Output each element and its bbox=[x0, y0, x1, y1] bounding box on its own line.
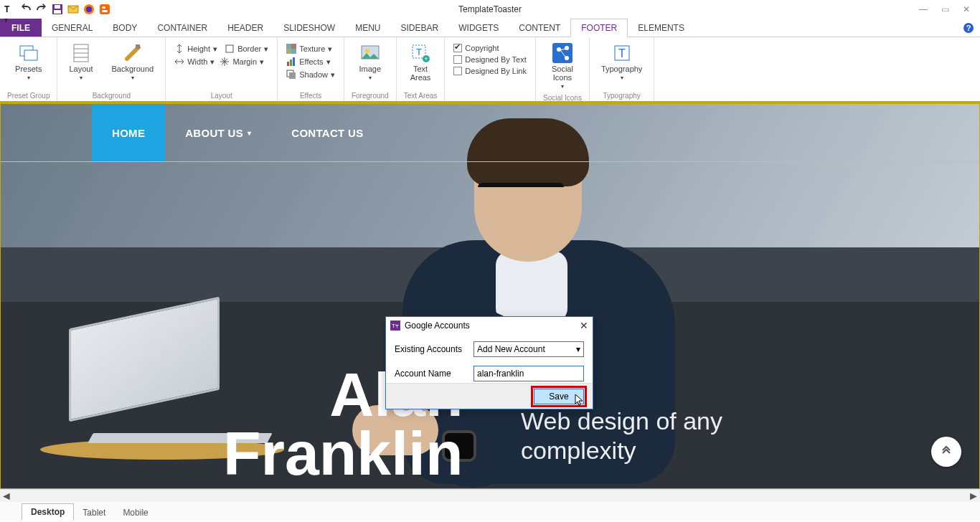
app-small-icon: Tᴛ bbox=[390, 321, 400, 331]
svg-rect-18 bbox=[226, 45, 233, 52]
dialog-footer: Save bbox=[386, 383, 593, 409]
group-layout: Height ▾ Border ▾ Width ▾ Margin ▾ Layou… bbox=[166, 37, 278, 101]
svg-point-28 bbox=[365, 49, 369, 53]
firefox-icon[interactable] bbox=[83, 4, 95, 15]
svg-point-34 bbox=[557, 47, 561, 52]
account-name-input[interactable]: alan-franklin bbox=[473, 366, 584, 381]
app-title: TemplateToaster bbox=[458, 4, 522, 14]
svg-rect-7 bbox=[102, 6, 105, 9]
group-textareas: T+Text Areas Text Areas bbox=[397, 37, 446, 101]
cursor-icon bbox=[575, 394, 585, 407]
save-button[interactable]: Save bbox=[534, 389, 584, 404]
svg-text:+: + bbox=[424, 55, 428, 62]
save-highlight: Save bbox=[531, 386, 587, 407]
svg-point-5 bbox=[86, 6, 92, 12]
scroll-right-icon[interactable]: ► bbox=[967, 490, 980, 503]
checkbox-icon bbox=[453, 55, 462, 64]
nav-home[interactable]: HOME bbox=[92, 104, 165, 161]
tab-footer[interactable]: FOOTER bbox=[570, 19, 628, 37]
blogger-icon[interactable] bbox=[99, 4, 110, 15]
redo-icon[interactable] bbox=[36, 4, 47, 15]
svg-rect-26 bbox=[289, 72, 296, 79]
svg-rect-24 bbox=[293, 57, 295, 66]
group-background: Layout▾ Background▾ Background bbox=[57, 37, 166, 101]
nav-about[interactable]: ABOUT US▾ bbox=[165, 104, 271, 161]
group-effects: Texture ▾ Effects ▾ Shadow ▾ Effects bbox=[278, 37, 344, 101]
dialog-titlebar[interactable]: Tᴛ Google Accounts ✕ bbox=[386, 317, 593, 334]
svg-rect-17 bbox=[136, 44, 140, 49]
group-preset: Presets▾ Preset Group bbox=[0, 37, 57, 101]
existing-accounts-select[interactable]: Add New Account▾ bbox=[473, 341, 584, 357]
tab-elements[interactable]: ELEMENTS bbox=[628, 19, 694, 37]
tab-body[interactable]: BODY bbox=[103, 19, 147, 37]
ribbon-tabs: FILE GENERAL BODY CONTAINER HEADER SLIDE… bbox=[0, 19, 980, 37]
view-mobile[interactable]: Mobile bbox=[114, 505, 156, 521]
tab-widgets[interactable]: WIDGETS bbox=[448, 19, 509, 37]
chevron-down-icon: ▾ bbox=[248, 129, 251, 137]
account-name-label: Account Name bbox=[395, 369, 473, 379]
effects-button[interactable]: Effects ▾ bbox=[285, 56, 336, 67]
dialog-close-button[interactable]: ✕ bbox=[580, 320, 588, 331]
svg-rect-22 bbox=[287, 62, 289, 66]
undo-icon[interactable] bbox=[20, 4, 32, 15]
layout-button[interactable]: Layout▾ bbox=[65, 40, 97, 84]
svg-rect-23 bbox=[290, 60, 292, 66]
maximize-button[interactable]: ▭ bbox=[934, 1, 956, 17]
hero-subtitle: Web design of any complexity bbox=[521, 407, 779, 465]
tab-content[interactable]: CONTENT bbox=[509, 19, 570, 37]
app-icon: TT bbox=[4, 4, 16, 15]
svg-rect-21 bbox=[286, 49, 291, 54]
margin-button[interactable]: Margin bbox=[232, 57, 257, 66]
texture-button[interactable]: Texture ▾ bbox=[285, 43, 336, 54]
svg-rect-12 bbox=[24, 50, 37, 60]
view-desktop[interactable]: Desktop bbox=[22, 503, 74, 521]
tab-container[interactable]: CONTAINER bbox=[147, 19, 217, 37]
border-button[interactable]: Border bbox=[237, 44, 261, 53]
chevron-down-icon: ▾ bbox=[576, 344, 580, 354]
window-controls: ― ▭ ✕ bbox=[913, 1, 980, 17]
google-accounts-dialog: Tᴛ Google Accounts ✕ Existing Accounts A… bbox=[385, 316, 593, 409]
tab-sidebar[interactable]: SIDEBAR bbox=[391, 19, 449, 37]
horizontal-scrollbar[interactable]: ◄► bbox=[0, 489, 980, 502]
svg-text:?: ? bbox=[966, 24, 971, 32]
group-typography: TTypography▾ Typography bbox=[590, 37, 654, 101]
design-canvas[interactable]: HOME ABOUT US▾ CONTACT US Alan Franklin … bbox=[0, 103, 980, 489]
presets-button[interactable]: Presets▾ bbox=[11, 40, 46, 84]
tab-menu[interactable]: MENU bbox=[345, 19, 390, 37]
copyright-check[interactable]: Copyright bbox=[452, 43, 528, 53]
svg-rect-8 bbox=[102, 10, 108, 12]
designed-by-text-check[interactable]: Designed By Text bbox=[452, 54, 528, 65]
nav-contact[interactable]: CONTACT US bbox=[271, 104, 383, 161]
typography-button[interactable]: TTypography▾ bbox=[597, 40, 646, 84]
social-icons-button[interactable]: Social Icons▾ bbox=[547, 40, 578, 92]
save-icon[interactable] bbox=[52, 4, 63, 15]
background-button[interactable]: Background▾ bbox=[108, 40, 159, 84]
image-button[interactable]: Image▾ bbox=[355, 40, 386, 84]
scroll-left-icon[interactable]: ◄ bbox=[0, 490, 13, 503]
help-button[interactable]: ? bbox=[963, 19, 974, 37]
tab-general[interactable]: GENERAL bbox=[42, 19, 103, 37]
view-tablet[interactable]: Tablet bbox=[74, 505, 114, 521]
width-button[interactable]: Width ▾ Margin ▾ bbox=[173, 56, 270, 67]
close-button[interactable]: ✕ bbox=[956, 1, 977, 17]
svg-rect-1 bbox=[55, 5, 60, 9]
svg-text:T: T bbox=[618, 47, 626, 60]
tab-slideshow[interactable]: SLIDESHOW bbox=[273, 19, 345, 37]
svg-rect-20 bbox=[291, 44, 296, 49]
designed-by-link-check[interactable]: Designed By Link bbox=[452, 66, 528, 76]
height-button[interactable]: Height ▾ Border ▾ bbox=[173, 43, 270, 54]
checkbox-icon bbox=[453, 44, 462, 52]
group-social: Social Icons▾ Social Icons bbox=[536, 37, 590, 101]
selection-guide bbox=[1, 161, 979, 162]
ribbon: Presets▾ Preset Group Layout▾ Background… bbox=[0, 37, 980, 103]
existing-accounts-label: Existing Accounts bbox=[395, 344, 473, 354]
svg-point-35 bbox=[565, 46, 569, 50]
scroll-top-button[interactable] bbox=[931, 437, 961, 467]
mail-icon[interactable] bbox=[67, 4, 79, 15]
view-tabs: Desktop Tablet Mobile bbox=[0, 502, 980, 521]
textareas-button[interactable]: T+Text Areas bbox=[406, 40, 435, 85]
minimize-button[interactable]: ― bbox=[913, 1, 934, 17]
svg-text:T: T bbox=[416, 47, 422, 57]
shadow-button[interactable]: Shadow ▾ bbox=[285, 69, 336, 80]
tab-header[interactable]: HEADER bbox=[217, 19, 273, 37]
